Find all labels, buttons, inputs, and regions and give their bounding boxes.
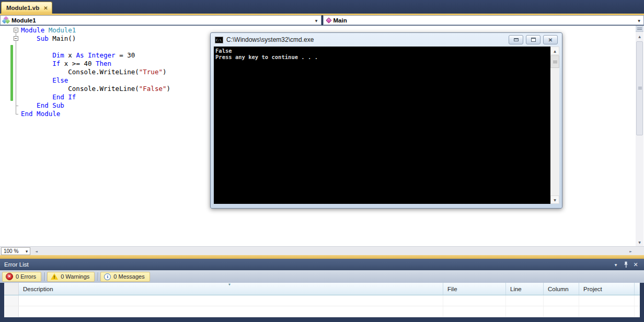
method-icon <box>326 17 332 24</box>
window-menu-icon[interactable]: ▼ <box>612 260 620 269</box>
cmd-title-bar[interactable]: C:\ C:\Windows\system32\cmd.exe ✕ <box>211 33 562 47</box>
scroll-up-icon[interactable]: ▲ <box>550 47 559 55</box>
panel-splitter-accent[interactable] <box>0 255 644 259</box>
error-table: Description File Line Column Project ▼ <box>4 283 640 317</box>
editor-vertical-scrollbar[interactable]: ▲ ▼ <box>636 26 643 246</box>
document-tab-strip: Module1.vb ✕ <box>0 0 644 14</box>
console-area[interactable]: FalsePress any key to continue . . . ▲ ▼ <box>214 47 559 204</box>
change-tracking-bar <box>10 45 13 101</box>
scroll-up-icon[interactable]: ▲ <box>636 32 643 40</box>
messages-filter-button[interactable]: i 0 Messages <box>100 272 150 282</box>
error-list-title-bar[interactable]: Error List ▼ ✕ <box>0 259 644 270</box>
info-icon: i <box>104 273 111 280</box>
error-list-panel: Error List ▼ ✕ ✕ 0 Errors ! 0 Warnings i… <box>0 259 644 322</box>
editor-navigation-bar: Module1 ▼ Main ▼ <box>0 15 644 26</box>
column-header-line[interactable]: Line <box>506 283 544 295</box>
scrollbar-thumb[interactable] <box>550 55 559 68</box>
close-button[interactable]: ✕ <box>543 35 558 44</box>
cmd-window[interactable]: C:\ C:\Windows\system32\cmd.exe ✕ FalseP… <box>210 32 562 209</box>
scope-dropdown-value: Module1 <box>12 17 36 24</box>
scroll-right-icon[interactable]: ► <box>627 247 635 255</box>
minimize-icon <box>514 38 519 41</box>
toolbar-separator <box>44 272 45 281</box>
chevron-down-icon[interactable]: ▼ <box>636 17 642 24</box>
collapse-toggle-icon[interactable]: − <box>14 36 18 41</box>
cmd-window-title: C:\Windows\system32\cmd.exe <box>226 36 509 43</box>
outline-guide-end <box>16 106 18 106</box>
close-icon: ✕ <box>548 37 553 43</box>
column-header-filler <box>635 283 640 295</box>
error-icon: ✕ <box>6 273 13 280</box>
toolbar-separator <box>98 272 98 281</box>
column-header-project[interactable]: Project <box>579 283 635 295</box>
errors-count-label: 0 Errors <box>16 273 36 280</box>
column-header-description[interactable]: Description <box>19 283 443 295</box>
zoom-dropdown[interactable]: 100 % ▼ <box>1 247 30 255</box>
chevron-down-icon[interactable]: ▼ <box>24 250 30 253</box>
console-output: FalsePress any key to continue . . . <box>215 48 318 60</box>
chevron-down-icon[interactable]: ▼ <box>313 17 320 24</box>
table-row[interactable] <box>4 295 640 306</box>
zoom-value: 100 % <box>2 248 24 254</box>
messages-count-label: 0 Messages <box>113 273 144 280</box>
scroll-left-icon[interactable]: ◄ <box>32 247 40 255</box>
outline-guide-line <box>16 32 16 114</box>
warning-icon: ! <box>51 273 58 280</box>
console-line: Press any key to continue . . . <box>215 54 318 60</box>
warnings-count-label: 0 Warnings <box>61 273 89 280</box>
column-header-file[interactable]: File <box>443 283 506 295</box>
cmd-icon: C:\ <box>215 37 223 43</box>
maximize-icon <box>531 38 536 42</box>
error-table-header: Description File Line Column Project ▼ <box>4 283 640 295</box>
member-dropdown[interactable]: Main ▼ <box>323 15 644 25</box>
icon-column-header[interactable] <box>4 283 19 295</box>
console-scrollbar[interactable]: ▲ ▼ <box>550 47 559 204</box>
tab-close-icon[interactable]: ✕ <box>43 5 48 11</box>
vs-shell: Module1.vb ✕ Module1 ▼ Main ▼ − − Module… <box>0 0 644 322</box>
tab-title: Module1.vb <box>6 5 39 11</box>
panel-title: Error List <box>0 261 612 268</box>
member-dropdown-value: Main <box>334 17 347 24</box>
collapse-toggle-icon[interactable]: − <box>14 28 18 32</box>
scroll-down-icon[interactable]: ▼ <box>550 196 559 204</box>
column-header-column[interactable]: Column <box>544 283 579 295</box>
maximize-button[interactable] <box>526 35 540 44</box>
pin-icon[interactable] <box>622 260 630 269</box>
close-icon[interactable]: ✕ <box>631 260 640 269</box>
table-row[interactable] <box>4 306 640 317</box>
sort-arrow-icon: ▼ <box>228 283 231 286</box>
editor-horizontal-scrollbar[interactable]: 100 % ▼ ◄ ► <box>0 246 644 255</box>
error-list-toolbar: ✕ 0 Errors ! 0 Warnings i 0 Messages <box>0 270 644 283</box>
split-editor-handle[interactable] <box>636 26 643 32</box>
warnings-filter-button[interactable]: ! 0 Warnings <box>47 272 95 282</box>
minimize-button[interactable] <box>509 35 523 44</box>
scrollbar-thumb[interactable] <box>636 41 643 135</box>
outline-guide-end <box>16 114 18 114</box>
tab-module1vb[interactable]: Module1.vb ✕ <box>1 2 52 14</box>
errors-filter-button[interactable]: ✕ 0 Errors <box>2 272 41 282</box>
scope-dropdown[interactable]: Module1 ▼ <box>0 15 321 25</box>
scroll-down-icon[interactable]: ▼ <box>636 238 643 246</box>
vb-module-icon <box>3 17 10 24</box>
console-line: False <box>215 48 318 54</box>
